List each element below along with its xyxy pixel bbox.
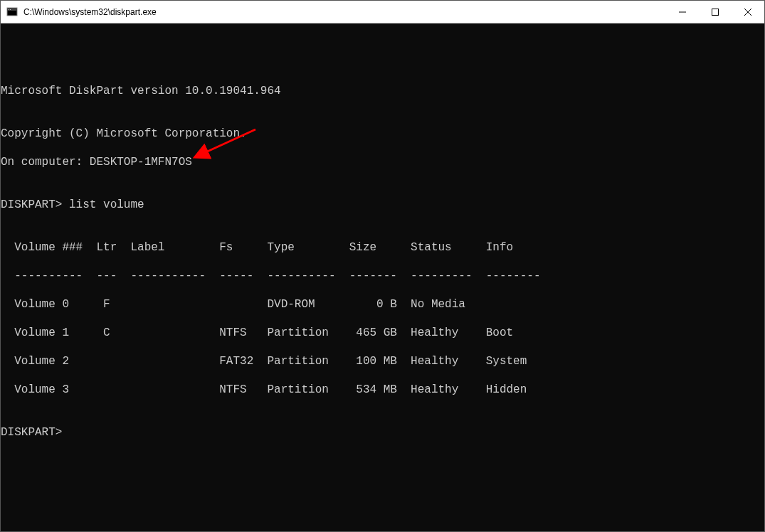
- svg-rect-5: [712, 9, 719, 15]
- titlebar[interactable]: C:\Windows\system32\diskpart.exe: [1, 1, 764, 23]
- maximize-button[interactable]: [699, 1, 732, 23]
- console-line-copyright: Copyright (C) Microsoft Corporation.: [1, 127, 764, 141]
- svg-rect-2: [9, 9, 9, 10]
- console-prompt: DISKPART>: [1, 425, 764, 440]
- volume-table-header: Volume ### Ltr Label Fs Type Size Status…: [1, 240, 764, 255]
- volume-row: Volume 2 FAT32 Partition 100 MB Healthy …: [1, 354, 764, 368]
- console-area[interactable]: Microsoft DiskPart version 10.0.19041.96…: [1, 23, 764, 531]
- console-line-version: Microsoft DiskPart version 10.0.19041.96…: [1, 84, 764, 98]
- window-title: C:\Windows\system32\diskpart.exe: [23, 7, 157, 17]
- console-line-computer: On computer: DESKTOP-1MFN7OS: [1, 155, 764, 169]
- volume-table-divider: ---------- --- ----------- ----- -------…: [1, 269, 764, 283]
- close-button[interactable]: [732, 1, 764, 23]
- console-content: Microsoft DiskPart version 10.0.19041.96…: [1, 55, 764, 468]
- volume-row: Volume 3 NTFS Partition 534 MB Healthy H…: [1, 383, 764, 397]
- volume-row: Volume 1 C NTFS Partition 465 GB Healthy…: [1, 326, 764, 340]
- app-icon: [6, 6, 18, 18]
- console-prompt-command: DISKPART> list volume: [1, 198, 764, 212]
- window-controls: [666, 1, 764, 23]
- volume-row: Volume 0 F DVD-ROM 0 B No Media: [1, 297, 764, 312]
- app-window: C:\Windows\system32\diskpart.exe Microso…: [0, 0, 765, 532]
- minimize-button[interactable]: [666, 1, 699, 23]
- svg-rect-3: [10, 9, 11, 10]
